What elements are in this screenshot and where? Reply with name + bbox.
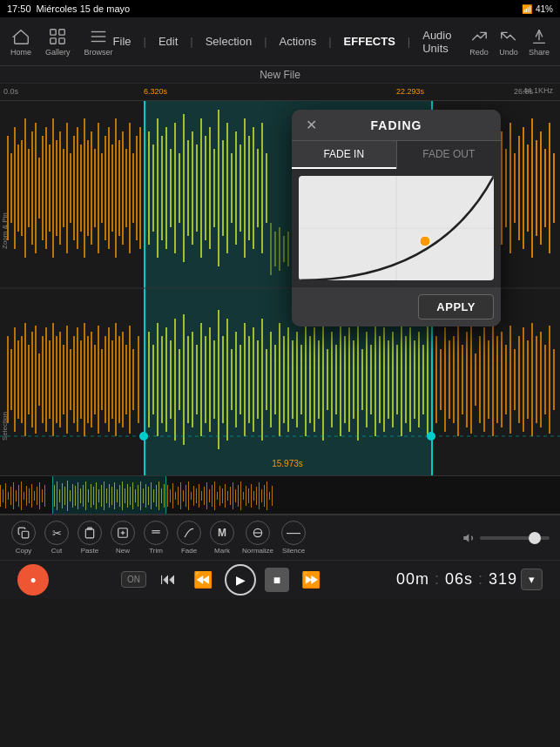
svg-rect-156	[94, 345, 96, 414]
tab-fade-in[interactable]: FADE IN	[292, 141, 396, 169]
fade-curve-svg[interactable]	[299, 176, 494, 280]
svg-rect-226	[396, 345, 398, 414]
menu-edit[interactable]: Edit	[159, 35, 178, 48]
svg-rect-136	[24, 323, 26, 436]
transport-controls: ON ⏮ ⏪ ▶ ■ ⏩	[121, 564, 324, 596]
menu-audio-units[interactable]: Audio Units	[422, 29, 469, 55]
tool-buttons: Copy ✂ Cut Paste New	[10, 521, 307, 555]
menu-actions[interactable]: Actions	[280, 35, 317, 48]
time-format-dropdown[interactable]: ▾	[521, 569, 543, 590]
svg-rect-208	[318, 340, 320, 419]
svg-rect-150	[73, 336, 75, 423]
tab-fade-out[interactable]: FADE OUT	[397, 141, 502, 169]
svg-rect-314	[106, 488, 107, 503]
svg-rect-25	[66, 123, 68, 253]
play-button[interactable]: ▶	[225, 564, 256, 596]
svg-rect-222	[379, 336, 381, 423]
skip-back-button[interactable]: ⏮	[155, 567, 181, 593]
svg-rect-151	[77, 327, 78, 432]
paste-icon	[78, 521, 102, 545]
waveform-area[interactable]: 15.973s Zoom & Pin Selection ✕ FADING FA…	[0, 101, 560, 475]
apply-button[interactable]: APPLY	[418, 294, 494, 320]
svg-rect-194	[257, 340, 259, 419]
svg-rect-53	[161, 136, 163, 240]
svg-rect-242	[470, 326, 472, 434]
svg-rect-253	[518, 336, 520, 423]
svg-rect-339	[172, 483, 173, 508]
overview-bar[interactable]	[0, 475, 560, 515]
stop-button[interactable]: ■	[265, 568, 289, 592]
svg-rect-172	[161, 336, 163, 423]
svg-rect-138	[31, 332, 33, 427]
svg-rect-240	[462, 345, 463, 414]
menu-effects[interactable]: EFFECTS	[344, 35, 395, 48]
tool-copy[interactable]: Copy	[10, 521, 37, 555]
volume-slider-area[interactable]	[462, 531, 550, 545]
svg-rect-310	[96, 482, 97, 509]
cut-icon: ✂	[44, 521, 69, 545]
svg-rect-173	[165, 327, 167, 432]
tool-fade[interactable]: Fade	[176, 521, 202, 555]
svg-rect-80	[279, 227, 280, 271]
svg-rect-322	[127, 484, 128, 508]
svg-rect-56	[174, 123, 176, 253]
svg-rect-125	[531, 118, 533, 258]
tool-cut[interactable]: ✂ Cut	[44, 521, 70, 555]
svg-rect-311	[98, 489, 99, 502]
stop-icon: ■	[273, 573, 280, 587]
svg-rect-149	[70, 349, 71, 410]
svg-rect-251	[509, 326, 511, 434]
record-button[interactable]: ●	[17, 564, 49, 596]
svg-rect-15	[31, 131, 33, 245]
svg-rect-331	[151, 482, 152, 509]
svg-rect-163	[118, 336, 120, 423]
svg-rect-223	[383, 327, 385, 432]
on-toggle[interactable]: ON	[121, 571, 146, 588]
tool-mark[interactable]: M Mark	[209, 521, 235, 555]
tool-paste[interactable]: Paste	[77, 521, 103, 555]
svg-rect-59	[187, 140, 189, 236]
ruler-mark-2: 22.293s	[396, 87, 424, 96]
share-button[interactable]: Share	[529, 27, 550, 57]
tool-silence[interactable]: — Silence	[280, 521, 307, 555]
nav-home[interactable]: Home	[10, 27, 31, 57]
menu-file[interactable]: File	[113, 35, 132, 48]
svg-rect-275	[5, 483, 6, 508]
tool-trim[interactable]: Trim	[143, 521, 169, 555]
fading-close-button[interactable]: ✕	[300, 115, 321, 136]
svg-rect-29	[80, 145, 82, 232]
svg-rect-122	[518, 136, 520, 240]
svg-rect-9	[10, 153, 12, 223]
svg-rect-196	[266, 349, 267, 410]
svg-rect-127	[540, 131, 542, 245]
undo-button[interactable]: Undo	[499, 27, 518, 57]
svg-rect-162	[115, 323, 117, 436]
fast-forward-button[interactable]: ⏩	[298, 567, 324, 593]
svg-rect-205	[305, 323, 307, 436]
svg-rect-233	[427, 323, 428, 436]
svg-rect-161	[111, 340, 113, 419]
svg-rect-141	[42, 336, 44, 423]
svg-rect-281	[21, 481, 22, 510]
redo-button[interactable]: Redo	[469, 27, 489, 57]
svg-rect-186	[222, 336, 224, 423]
svg-rect-273	[0, 485, 1, 507]
svg-rect-287	[37, 487, 37, 505]
rewind-button[interactable]: ⏪	[190, 567, 216, 593]
menu-selection[interactable]: Selection	[206, 35, 252, 48]
nav-browser[interactable]: Browser	[84, 27, 113, 57]
svg-rect-168	[138, 336, 139, 423]
svg-rect-74	[253, 127, 254, 249]
tool-normalize[interactable]: Normalize	[242, 521, 273, 555]
svg-rect-176	[179, 349, 180, 410]
svg-rect-279	[16, 490, 17, 501]
svg-rect-120	[509, 123, 511, 253]
svg-rect-183	[209, 327, 211, 432]
svg-rect-298	[64, 487, 65, 505]
volume-slider[interactable]	[480, 536, 550, 540]
svg-rect-342	[180, 482, 181, 509]
normalize-icon	[246, 521, 270, 545]
nav-gallery[interactable]: Gallery	[45, 27, 71, 57]
svg-rect-321	[125, 488, 125, 503]
tool-new[interactable]: New	[110, 521, 136, 555]
